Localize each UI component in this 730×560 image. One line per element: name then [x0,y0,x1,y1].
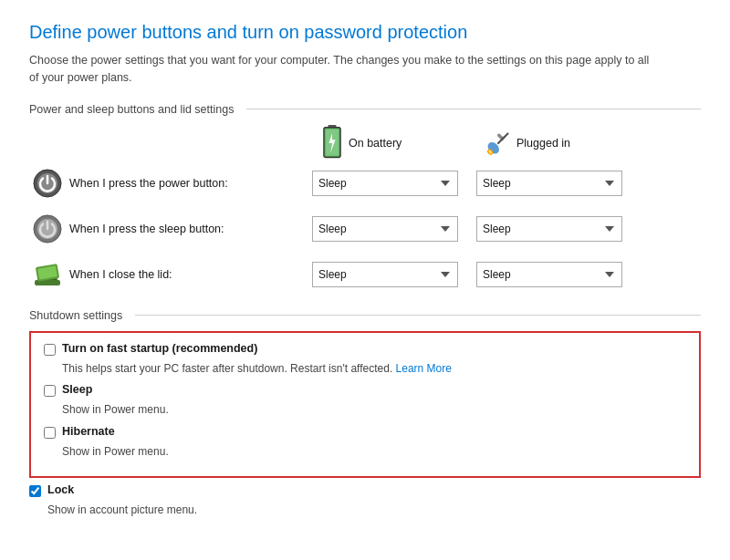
sleep-button-icon [29,211,66,247]
fast-startup-desc: This helps start your PC faster after sh… [62,361,686,377]
power-button-battery-select[interactable]: Sleep Do nothing Hibernate Shut down Tur… [312,171,458,196]
sleep-checkbox-row: Sleep [44,383,686,397]
sleep-button-label: When I press the sleep button: [66,223,312,235]
on-battery-header: On battery [321,125,485,161]
sleep-button-row: When I press the sleep button: Sleep Do … [29,211,701,247]
shutdown-section: Shutdown settings Turn on fast startup (… [29,309,701,518]
page-title: Define power buttons and turn on passwor… [29,22,701,43]
sleep-button-plugged-select-wrap[interactable]: Sleep Do nothing Hibernate Shut down Tur… [476,216,622,242]
lid-plugged-select-wrap[interactable]: Sleep Do nothing Hibernate Shut down Tur… [476,262,622,287]
plug-icon [485,130,511,156]
fast-startup-item: Turn on fast startup (recommended) This … [44,342,686,377]
hibernate-item: Hibernate Show in Power menu. [44,425,686,460]
lid-battery-select[interactable]: Sleep Do nothing Hibernate Shut down Tur… [312,262,458,287]
power-button-row: When I press the power button: Sleep Do … [29,165,701,202]
shutdown-section-header: Shutdown settings [29,309,701,322]
fast-startup-checkbox-row: Turn on fast startup (recommended) [44,342,686,356]
power-button-plugged-select-wrap[interactable]: Sleep Do nothing Hibernate Shut down Tur… [476,171,622,196]
shutdown-red-box: Turn on fast startup (recommended) This … [29,331,701,478]
sleep-button-battery-select-wrap[interactable]: Sleep Do nothing Hibernate Shut down Tur… [312,216,458,242]
lock-item-desc: Show in account picture menu. [47,503,701,518]
lock-item-label: Lock [47,483,74,496]
lock-item: Lock Show in account picture menu. [29,483,701,518]
sleep-item: Sleep Show in Power menu. [44,383,686,418]
sleep-item-desc: Show in Power menu. [62,402,686,418]
hibernate-checkbox[interactable] [44,427,56,439]
lid-icon [29,256,66,293]
battery-icon [321,125,343,161]
sleep-checkbox[interactable] [44,385,56,397]
lid-plugged-select[interactable]: Sleep Do nothing Hibernate Shut down Tur… [476,262,622,287]
fast-startup-label: Turn on fast startup (recommended) [62,342,257,355]
power-button-plugged-select[interactable]: Sleep Do nothing Hibernate Shut down Tur… [476,171,622,196]
power-button-icon [29,165,66,202]
sleep-button-plugged-select[interactable]: Sleep Do nothing Hibernate Shut down Tur… [476,216,622,242]
lock-checkbox-row: Lock [29,483,701,497]
lock-checkbox[interactable] [29,485,41,497]
sleep-item-label: Sleep [62,383,92,396]
lid-label: When I close the lid: [66,268,312,281]
hibernate-item-desc: Show in Power menu. [62,444,686,460]
page-description: Choose the power settings that you want … [29,52,650,87]
power-button-battery-select-wrap[interactable]: Sleep Do nothing Hibernate Shut down Tur… [312,171,458,196]
hibernate-item-label: Hibernate [62,425,115,438]
sleep-button-battery-select[interactable]: Sleep Do nothing Hibernate Shut down Tur… [312,216,458,242]
hibernate-checkbox-row: Hibernate [44,425,686,439]
column-headers: On battery Plugged in [321,125,701,161]
fast-startup-checkbox[interactable] [44,344,56,356]
lid-row: When I close the lid: Sleep Do nothing H… [29,256,701,293]
power-button-label: When I press the power button: [66,177,312,190]
lid-battery-select-wrap[interactable]: Sleep Do nothing Hibernate Shut down Tur… [312,262,458,287]
learn-more-link[interactable]: Learn More [396,362,452,375]
plugged-in-header: Plugged in [485,125,650,161]
power-sleep-section-header: Power and sleep buttons and lid settings [29,103,701,116]
